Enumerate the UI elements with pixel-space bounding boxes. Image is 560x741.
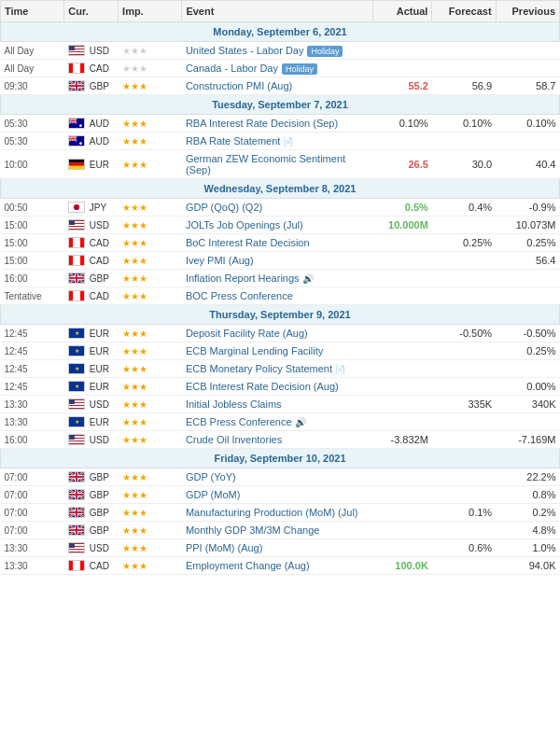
event-importance: ★★★: [119, 360, 182, 378]
event-previous: -0.50%: [496, 325, 559, 343]
event-importance: ★★★: [119, 522, 182, 539]
table-row: 15:00 USD ★★★ JOLTs Job Openings (Jul) 1…: [1, 217, 560, 234]
event-name[interactable]: Inflation Report Hearings 🔊: [182, 270, 373, 287]
event-forecast: 30.0: [432, 150, 496, 179]
flag-ca: [68, 237, 85, 248]
event-name[interactable]: ECB Interest Rate Decision (Aug): [182, 378, 373, 396]
svg-rect-32: [69, 162, 84, 166]
event-name[interactable]: BoC Interest Rate Decision: [182, 234, 373, 252]
table-row: All Day CAD ★★★ Canada - Labor DayHolida…: [1, 60, 560, 77]
event-currency: GBP: [64, 522, 119, 539]
event-name[interactable]: Ivey PMI (Aug): [182, 252, 373, 270]
event-name[interactable]: GDP (MoM): [182, 486, 373, 504]
event-forecast: [432, 133, 496, 150]
event-currency: USD: [64, 431, 119, 449]
event-name[interactable]: JOLTs Job Openings (Jul): [182, 217, 373, 234]
header-actual: Actual: [373, 1, 432, 22]
event-forecast: [432, 60, 496, 77]
event-previous: 94.0K: [496, 557, 559, 575]
table-row: 07:00 GBP ★★★ Manufacturing Production (…: [1, 504, 560, 522]
event-time: 13:30: [1, 396, 64, 413]
event-currency: GBP: [64, 270, 119, 287]
event-importance: ★★★: [119, 42, 182, 60]
event-importance: ★★★: [119, 217, 182, 234]
svg-rect-72: [69, 494, 84, 496]
event-actual: 55.2: [373, 77, 432, 95]
event-name[interactable]: Manufacturing Production (MoM) (Jul): [182, 504, 373, 522]
event-previous: 22.2%: [496, 468, 559, 486]
importance-stars: ★★★: [122, 382, 147, 392]
event-previous: 58.7: [496, 77, 559, 95]
flag-de: [68, 159, 85, 170]
currency-label: CAD: [90, 291, 109, 301]
event-currency: AUD: [64, 133, 119, 150]
event-name[interactable]: Monthly GDP 3M/3M Change: [182, 522, 373, 539]
event-name[interactable]: Canada - Labor DayHoliday: [182, 60, 373, 77]
event-actual: [373, 396, 432, 413]
event-currency: CAD: [64, 557, 119, 575]
event-time: 07:00: [1, 504, 64, 522]
currency-label: USD: [90, 399, 109, 410]
table-row: 15:00 CAD ★★★ BoC Interest Rate Decision…: [1, 234, 560, 252]
event-name[interactable]: Deposit Facility Rate (Aug): [182, 325, 373, 343]
event-name[interactable]: RBA Interest Rate Decision (Sep): [182, 115, 373, 133]
currency-label: EUR: [90, 346, 109, 357]
currency-label: CAD: [90, 561, 109, 571]
event-forecast: 0.10%: [432, 115, 496, 133]
event-name[interactable]: Initial Jobless Claims: [182, 396, 373, 413]
event-name[interactable]: ECB Press Conference 🔊: [182, 413, 373, 431]
event-currency: USD: [64, 396, 119, 413]
event-actual: [373, 378, 432, 396]
flag-gb: [68, 80, 85, 91]
event-time: 05:30: [1, 115, 64, 133]
currency-label: USD: [90, 220, 109, 231]
event-name[interactable]: BOC Press Conference: [182, 287, 373, 305]
event-name[interactable]: PPI (MoM) (Aug): [182, 539, 373, 557]
flag-eu: ★: [68, 328, 85, 339]
table-row: 13:30 USD ★★★ PPI (MoM) (Aug) 0.6% 1.0%: [1, 539, 560, 557]
event-forecast: 0.1%: [432, 504, 496, 522]
svg-rect-8: [69, 85, 84, 87]
event-name[interactable]: GDP (YoY): [182, 468, 373, 486]
event-time: 09:30: [1, 77, 64, 95]
importance-stars: ★★★: [122, 435, 147, 445]
table-row: 07:00 GBP ★★★ GDP (YoY) 22.2%: [1, 468, 560, 486]
table-row: 05:30 AUD ★★★ RBA Rate Statement 📄: [1, 133, 560, 150]
event-name[interactable]: Construction PMI (Aug): [182, 77, 373, 95]
svg-rect-18: [69, 120, 77, 121]
currency-label: GBP: [90, 508, 109, 518]
doc-icon: 📄: [283, 137, 293, 147]
event-name[interactable]: Employment Change (Aug): [182, 557, 373, 575]
event-actual: [373, 486, 432, 504]
event-forecast: [432, 252, 496, 270]
event-importance: ★★★: [119, 378, 182, 396]
event-name[interactable]: German ZEW Economic Sentiment (Sep): [182, 150, 373, 179]
event-name[interactable]: Crude Oil Inventories: [182, 431, 373, 449]
event-name[interactable]: ECB Monetary Policy Statement 📄: [182, 360, 373, 378]
event-previous: [496, 133, 559, 150]
importance-stars: ★★★: [122, 238, 147, 248]
event-forecast: [432, 431, 496, 449]
importance-stars: ★★★: [122, 364, 147, 374]
currency-label: GBP: [90, 81, 109, 91]
event-currency: GBP: [64, 504, 119, 522]
importance-stars: ★★★: [122, 63, 147, 74]
svg-rect-31: [69, 160, 84, 163]
event-name[interactable]: ECB Marginal Lending Facility: [182, 343, 373, 360]
event-actual: [373, 325, 432, 343]
importance-stars: ★★★: [122, 543, 147, 553]
event-name[interactable]: RBA Rate Statement 📄: [182, 133, 373, 150]
table-row: 12:45 ★ EUR ★★★ ECB Monetary Policy Stat…: [1, 360, 560, 378]
table-row: 00:50 JPY ★★★ GDP (QoQ) (Q2) 0.5% 0.4% -…: [1, 199, 560, 217]
event-actual: [373, 360, 432, 378]
event-name[interactable]: GDP (QoQ) (Q2): [182, 199, 373, 217]
event-actual: -3.832M: [373, 431, 432, 449]
importance-stars: ★★★: [122, 417, 147, 427]
event-time: 00:50: [1, 199, 64, 217]
section-header: Tuesday, September 7, 2021: [1, 95, 560, 115]
table-row: 09:30 GBP ★★★ Construction PMI (Aug) 55.…: [1, 77, 560, 95]
event-forecast: [432, 42, 496, 60]
svg-point-19: [79, 124, 82, 127]
currency-label: GBP: [90, 472, 109, 482]
event-name[interactable]: United States - Labor DayHoliday: [182, 42, 373, 60]
